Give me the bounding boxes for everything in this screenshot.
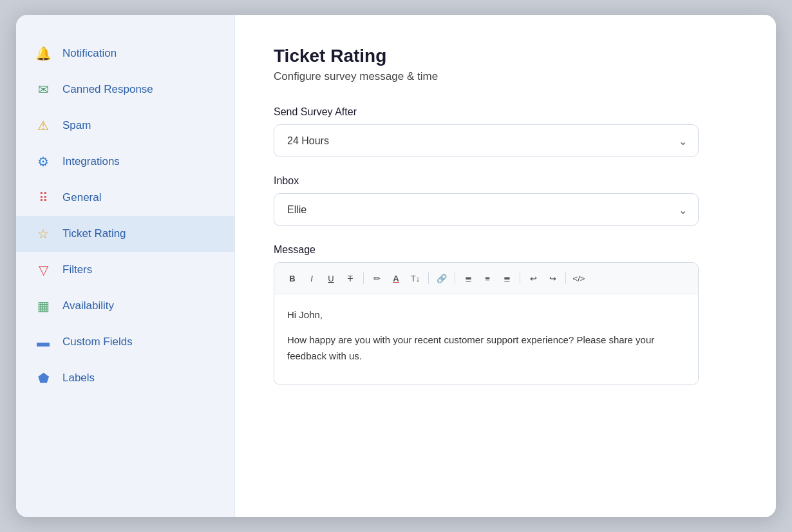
font-color-button[interactable]: A (387, 269, 405, 287)
filters-icon: ▽ (34, 261, 52, 279)
underline-button[interactable]: U (322, 269, 340, 287)
message-label: Message (274, 244, 737, 256)
redo-button[interactable]: ↪ (543, 269, 561, 287)
sidebar-item-custom-fields[interactable]: ▬Custom Fields (16, 324, 234, 360)
sidebar-item-label-labels: Labels (62, 372, 95, 385)
general-icon: ⠿ (34, 189, 52, 207)
send-survey-label: Send Survey After (274, 106, 737, 118)
toolbar-divider-5 (565, 272, 566, 284)
toolbar-divider-4 (520, 272, 520, 284)
bold-button[interactable]: B (283, 269, 301, 287)
integrations-icon: ⚙ (34, 153, 52, 171)
send-survey-wrapper: 1 Hour6 Hours12 Hours24 Hours48 Hours72 … (274, 124, 699, 157)
code-button[interactable]: </> (570, 269, 588, 287)
labels-icon: ⬟ (34, 369, 52, 387)
sidebar-item-label-general: General (62, 191, 101, 204)
main-content: Ticket Rating Configure survey message &… (235, 15, 776, 517)
inbox-wrapper: EllieSupportGeneral ⌄ (274, 193, 699, 226)
pencil-button[interactable]: ✏ (368, 269, 386, 287)
toolbar-divider-1 (363, 272, 364, 284)
sidebar-item-spam[interactable]: ⚠Spam (16, 108, 234, 144)
sidebar-item-label-spam: Spam (62, 119, 91, 132)
send-survey-select[interactable]: 1 Hour6 Hours12 Hours24 Hours48 Hours72 … (274, 124, 699, 157)
toolbar-divider-2 (428, 272, 429, 284)
strikethrough-button[interactable]: T (341, 269, 359, 287)
align-center-button[interactable]: ≡ (478, 269, 496, 287)
link-button[interactable]: 🔗 (433, 269, 451, 287)
spam-icon: ⚠ (34, 117, 52, 135)
sidebar-item-label-availability: Availability (62, 299, 114, 312)
inbox-select[interactable]: EllieSupportGeneral (274, 193, 699, 226)
inbox-label: Inbox (274, 175, 737, 187)
canned-response-icon: ✉ (34, 81, 52, 99)
italic-button[interactable]: I (303, 269, 321, 287)
sidebar-item-label-custom-fields: Custom Fields (62, 336, 133, 348)
availability-icon: ▦ (34, 297, 52, 315)
message-section: Message B I U T ✏ A T↓ 🔗 ≣ ≡ ≣ (274, 244, 737, 385)
message-editor-wrapper: B I U T ✏ A T↓ 🔗 ≣ ≡ ≣ ↩ ↪ (274, 262, 699, 385)
page-subtitle: Configure survey message & time (274, 70, 737, 83)
sidebar-item-availability[interactable]: ▦Availability (16, 288, 234, 324)
message-line2: How happy are you with your recent custo… (287, 332, 685, 365)
editor-toolbar: B I U T ✏ A T↓ 🔗 ≣ ≡ ≣ ↩ ↪ (274, 263, 698, 294)
page-title: Ticket Rating (274, 46, 737, 66)
sidebar-item-label-integrations: Integrations (62, 155, 120, 168)
custom-fields-icon: ▬ (34, 333, 52, 351)
sidebar-item-filters[interactable]: ▽Filters (16, 252, 234, 288)
sidebar-item-label-filters: Filters (62, 263, 92, 276)
inbox-section: Inbox EllieSupportGeneral ⌄ (274, 175, 737, 226)
send-survey-section: Send Survey After 1 Hour6 Hours12 Hours2… (274, 106, 737, 157)
align-left-button[interactable]: ≣ (459, 269, 477, 287)
sidebar-item-notification[interactable]: 🔔Notification (16, 35, 234, 71)
sidebar-item-labels[interactable]: ⬟Labels (16, 360, 234, 396)
message-editor-body[interactable]: Hi John, How happy are you with your rec… (274, 294, 698, 385)
sidebar-item-general[interactable]: ⠿General (16, 180, 234, 216)
sidebar-item-label-notification: Notification (62, 47, 117, 60)
message-line1: Hi John, (287, 307, 685, 323)
sidebar-item-label-ticket-rating: Ticket Rating (62, 227, 126, 240)
sidebar-item-integrations[interactable]: ⚙Integrations (16, 144, 234, 180)
sidebar-item-label-canned-response: Canned Response (62, 83, 153, 96)
sidebar-item-canned-response[interactable]: ✉Canned Response (16, 71, 234, 108)
ticket-rating-icon: ☆ (34, 225, 52, 243)
app-container: 🔔Notification✉Canned Response⚠Spam⚙Integ… (16, 15, 776, 517)
text-type-button[interactable]: T↓ (406, 269, 424, 287)
toolbar-divider-3 (455, 272, 455, 284)
sidebar-item-ticket-rating[interactable]: ☆Ticket Rating (16, 216, 234, 252)
undo-button[interactable]: ↩ (524, 269, 542, 287)
notification-icon: 🔔 (34, 44, 52, 62)
sidebar: 🔔Notification✉Canned Response⚠Spam⚙Integ… (16, 15, 235, 517)
align-right-button[interactable]: ≣ (498, 269, 516, 287)
